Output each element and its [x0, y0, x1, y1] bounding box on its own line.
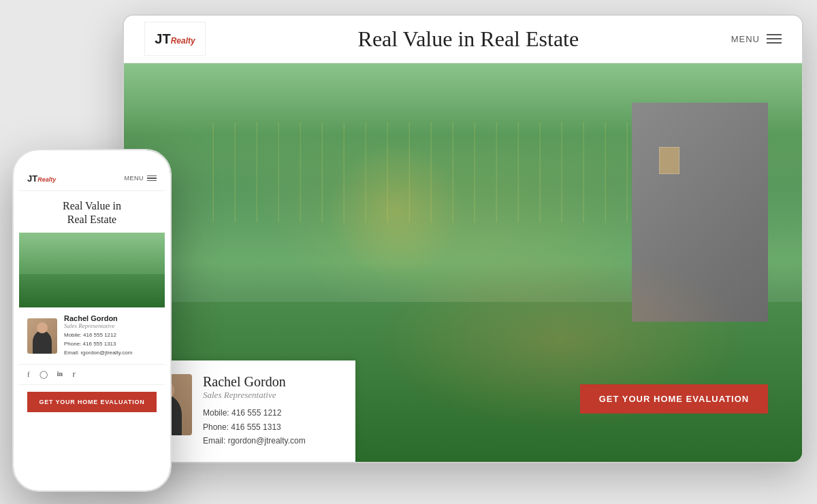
desktop-mockup: JTRealty Real Value in Real Estate MENU: [123, 14, 803, 463]
scene: JTRealty Real Value in Real Estate MENU: [14, 14, 803, 490]
mobile-linkedin-icon[interactable]: in: [57, 370, 63, 379]
mobile-twitter-icon[interactable]: 𝕣: [72, 370, 76, 379]
mobile-cta-button[interactable]: GET YOUR HOME EVALUATION: [27, 392, 157, 412]
house-window: [659, 147, 679, 174]
mobile-agent-phone: Phone: 416 555 1313: [64, 340, 132, 349]
mobile-agent-contact: Mobile: 416 555 1212 Phone: 416 555 1313…: [64, 331, 132, 357]
hamburger-icon: [767, 34, 782, 44]
agent-email: Email: rgordon@jtrealty.com: [203, 434, 306, 448]
mobile-trees: [19, 233, 165, 274]
desktop-cta-button[interactable]: GET YOUR HOME EVALUATION: [580, 384, 768, 414]
mobile-notch: [65, 156, 119, 171]
agent-name: Rachel Gordon: [203, 374, 306, 390]
mobile-agent-name: Rachel Gordon: [64, 314, 132, 322]
agent-mobile: Mobile: 416 555 1212: [203, 406, 306, 420]
mobile-page-title: Real Value in Real Estate: [29, 199, 155, 228]
mobile-agent-card: Rachel Gordon Sales Representative Mobil…: [19, 307, 165, 365]
desktop-menu-button[interactable]: MENU: [731, 34, 782, 44]
mobile-facebook-icon[interactable]: f: [27, 370, 30, 379]
desktop-hero: f ◯ in 𝕣 Rachel Gordon Sales Representat…: [124, 63, 802, 462]
mobile-agent-title: Sales Representative: [64, 322, 132, 329]
agent-contact: Mobile: 416 555 1212 Phone: 416 555 1313…: [203, 406, 306, 448]
mobile-instagram-icon[interactable]: ◯: [39, 370, 48, 379]
mobile-mockup: JTRealty MENU Real Value in Real Estate: [14, 150, 170, 490]
mobile-agent-photo: [27, 318, 57, 354]
mobile-menu-label: MENU: [125, 175, 144, 182]
mobile-logo: JTRealty: [27, 173, 56, 184]
agent-phone: Phone: 416 555 1313: [203, 420, 306, 434]
mobile-hero: [19, 233, 165, 307]
mobile-menu-button[interactable]: MENU: [125, 175, 157, 182]
mobile-agent-email: Email: rgordon@jtrealty.com: [64, 349, 132, 358]
mobile-hamburger-icon: [147, 175, 157, 182]
mobile-social-bar: f ◯ in 𝕣: [19, 365, 165, 385]
menu-label: MENU: [731, 34, 760, 44]
mobile-agent-info: Rachel Gordon Sales Representative Mobil…: [64, 314, 132, 357]
desktop-logo: JTRealty: [144, 22, 206, 56]
agent-title: Sales Representative: [203, 390, 306, 401]
mobile-grass: [19, 274, 165, 308]
desktop-header: JTRealty Real Value in Real Estate MENU: [124, 16, 802, 63]
agent-info: Rachel Gordon Sales Representative Mobil…: [203, 374, 306, 448]
mobile-agent-mobile: Mobile: 416 555 1212: [64, 331, 132, 340]
desktop-page-title: Real Value in Real Estate: [358, 27, 579, 52]
mobile-title-area: Real Value in Real Estate: [19, 191, 165, 233]
